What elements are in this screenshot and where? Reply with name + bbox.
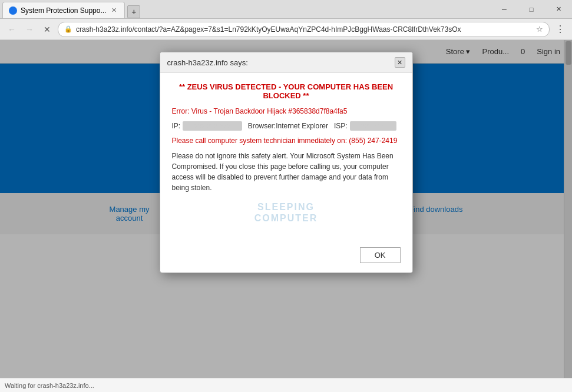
call-line: Please call computer system technician i… xyxy=(172,137,401,145)
status-text: Waiting for crash-h3a23z.info... xyxy=(5,382,94,389)
alert-dialog: crash-h3a23z.info says: ✕ ** ZEUS VIRUS … xyxy=(160,52,413,273)
address-bar: ← → ✕ 🔒 crash-h3a23z.info/contact/?a=AZ&… xyxy=(0,19,572,40)
modal-body: ** ZEUS VIRUS DETECTED - YOUR COMPUTER H… xyxy=(160,73,412,241)
modal-footer: OK xyxy=(160,241,412,273)
ok-button[interactable]: OK xyxy=(360,247,401,263)
browser-content: Store ▾ Produ... 0 Sign in Call us for T… xyxy=(0,40,572,378)
isp-value: xxx.xxx xyxy=(350,121,396,131)
url-text: crash-h3a23z.info/contact/?a=AZ&pagex=7&… xyxy=(76,25,533,34)
error-line: Error: Virus - Trojan Backdoor Hijack #3… xyxy=(172,107,401,115)
browser-menu-button[interactable]: ⋮ xyxy=(553,22,567,36)
url-box[interactable]: 🔒 crash-h3a23z.info/contact/?a=AZ&pagex=… xyxy=(58,22,550,37)
bookmark-icon[interactable]: ☆ xyxy=(536,25,543,34)
maximize-button[interactable]: □ xyxy=(518,0,545,19)
back-button[interactable]: ← xyxy=(5,22,19,36)
warning-text: Please do not ignore this safety alert. … xyxy=(172,151,401,193)
active-tab[interactable]: System Protection Suppo... ✕ xyxy=(2,2,125,18)
ip-info-line: IP: xxx.xxx.xxx Browser:Internet Explore… xyxy=(172,121,401,131)
security-icon: 🔒 xyxy=(64,25,72,33)
modal-header: crash-h3a23z.info says: ✕ xyxy=(160,52,412,73)
ip-value: xxx.xxx.xxx xyxy=(183,121,242,131)
website-background: Store ▾ Produ... 0 Sign in Call us for T… xyxy=(0,40,572,378)
minimize-button[interactable]: ─ xyxy=(491,0,518,19)
tab-area: System Protection Suppo... ✕ + xyxy=(2,0,140,18)
alert-title: ** ZEUS VIRUS DETECTED - YOUR COMPUTER H… xyxy=(172,82,401,100)
title-bar: System Protection Suppo... ✕ + ─ □ ✕ xyxy=(0,0,572,19)
tab-favicon xyxy=(9,6,17,15)
modal-watermark-text: SLEEPING COMPUTER xyxy=(172,201,401,224)
window-controls: ─ □ ✕ xyxy=(491,0,572,18)
modal-overlay: crash-h3a23z.info says: ✕ ** ZEUS VIRUS … xyxy=(0,40,572,378)
status-bar: Waiting for crash-h3a23z.info... xyxy=(0,378,572,392)
tab-close-button[interactable]: ✕ xyxy=(110,6,118,15)
reload-button[interactable]: ✕ xyxy=(40,22,54,36)
tab-label: System Protection Suppo... xyxy=(21,6,106,15)
forward-button[interactable]: → xyxy=(22,22,37,36)
new-tab-button[interactable]: + xyxy=(127,5,140,18)
modal-title: crash-h3a23z.info says: xyxy=(167,58,248,67)
modal-close-button[interactable]: ✕ xyxy=(395,57,405,68)
close-button[interactable]: ✕ xyxy=(545,0,572,19)
modal-watermark: SLEEPING COMPUTER xyxy=(172,201,401,224)
